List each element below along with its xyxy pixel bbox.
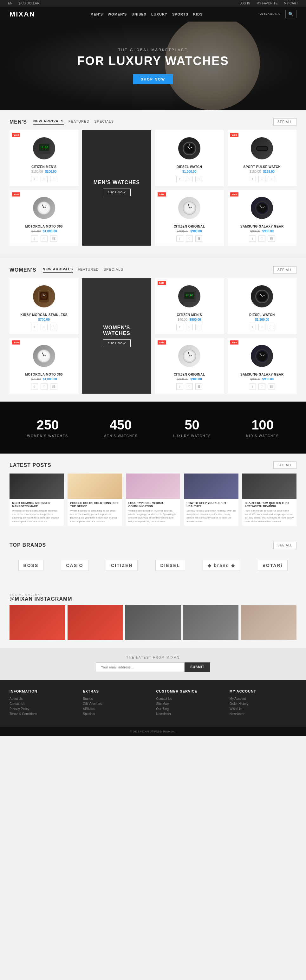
- wishlist-button[interactable]: ♡: [41, 176, 48, 182]
- wishlist-button[interactable]: ♡: [258, 176, 265, 182]
- cart-link[interactable]: MY CART: [284, 2, 298, 5]
- brand-generic1[interactable]: ◆ brand ◆: [202, 560, 241, 571]
- instagram-image[interactable]: [241, 605, 296, 640]
- brand-casio[interactable]: CASIO: [61, 560, 88, 571]
- instagram-image[interactable]: [10, 605, 65, 640]
- share-button[interactable]: ⇧: [176, 235, 183, 242]
- wishlist-button[interactable]: ♡: [258, 235, 265, 242]
- nav-kids[interactable]: KIDS: [193, 12, 202, 16]
- nav-luxury[interactable]: LUXURY: [151, 12, 167, 16]
- mens-see-all-button[interactable]: SEE ALL: [273, 118, 296, 126]
- footer-link[interactable]: About Us: [10, 697, 76, 700]
- nav-sports[interactable]: SPORTS: [172, 12, 188, 16]
- share-button[interactable]: ⇧: [249, 324, 256, 330]
- main-nav: MEN'S WOMEN'S UNISEX LUXURY SPORTS KIDS: [90, 12, 202, 16]
- footer-link[interactable]: Brands: [83, 697, 150, 700]
- product-actions: ⇧ ♡ ☷: [159, 235, 220, 242]
- wishlist-button[interactable]: ♡: [258, 324, 265, 330]
- cart-add-button[interactable]: ☷: [268, 176, 275, 182]
- footer-link[interactable]: Newsletter: [156, 712, 223, 716]
- wishlist-button[interactable]: ♡: [186, 383, 193, 390]
- share-button[interactable]: ⇧: [249, 176, 256, 182]
- share-button[interactable]: ⇧: [31, 176, 38, 182]
- footer-link[interactable]: Specials: [83, 712, 150, 716]
- instagram-image[interactable]: [125, 605, 181, 640]
- search-button[interactable]: 🔍: [285, 10, 296, 18]
- mens-tab-specials[interactable]: SPECIALS: [94, 119, 114, 124]
- footer-link[interactable]: Newsletter: [230, 712, 296, 716]
- product-card: Sale SPORT PULSE WATCH $150.00 $165.00 ⇧…: [228, 130, 296, 186]
- wishlist-button[interactable]: ♡: [41, 383, 48, 390]
- product-card: Sale MOTOROLA MOTO 360 $90.00 $1,000.00 …: [10, 190, 78, 246]
- footer-link[interactable]: Gift Vouchers: [83, 702, 150, 706]
- hero-shop-now-button[interactable]: SHOP NOW: [133, 74, 173, 84]
- cart-add-button[interactable]: ☷: [50, 324, 57, 330]
- share-button[interactable]: ⇧: [31, 324, 38, 330]
- brand-eotari[interactable]: eOTARi: [258, 560, 288, 571]
- currency-selector[interactable]: $ US DOLLAR: [19, 2, 39, 5]
- womens-see-all-button[interactable]: SEE ALL: [273, 266, 296, 274]
- mens-tab-featured[interactable]: FEATURED: [69, 119, 89, 124]
- cart-add-button[interactable]: ☷: [50, 176, 57, 182]
- blog-content: HOW TO KEEP YOUR HEART HEALTHY? So how t…: [184, 499, 238, 526]
- share-button[interactable]: ⇧: [31, 383, 38, 390]
- newsletter-input[interactable]: [96, 662, 185, 672]
- footer-link[interactable]: Our Blog: [156, 707, 223, 711]
- share-button[interactable]: ⇧: [249, 383, 256, 390]
- instagram-image[interactable]: [183, 605, 239, 640]
- wishlist-button[interactable]: ♡: [41, 235, 48, 242]
- footer-link[interactable]: Affiliates: [83, 707, 150, 711]
- latest-posts-see-all[interactable]: SEE ALL: [273, 461, 296, 469]
- mens-banner-shop-now[interactable]: SHOP NOW: [103, 189, 131, 196]
- footer-link[interactable]: Contact Us: [156, 697, 223, 700]
- lang-selector[interactable]: EN: [8, 2, 12, 5]
- product-card: DIESEL WATCH $1,100.00 ⇧ ♡ ☷: [228, 278, 296, 334]
- nav-mens[interactable]: MEN'S: [90, 12, 103, 16]
- brands-see-all-button[interactable]: SEE ALL: [273, 542, 296, 549]
- cart-add-button[interactable]: ☷: [268, 383, 275, 390]
- brand-citizen[interactable]: CITIZEN: [106, 560, 138, 571]
- cart-add-button[interactable]: ☷: [195, 383, 202, 390]
- cart-add-button[interactable]: ☷: [195, 235, 202, 242]
- brand-boss[interactable]: BOSS: [18, 560, 44, 571]
- footer-link[interactable]: Site Map: [156, 702, 223, 706]
- womens-tab-specials[interactable]: SPECIALS: [104, 267, 123, 272]
- cart-add-button[interactable]: ☷: [195, 176, 202, 182]
- favorite-link[interactable]: MY FAVORITE: [257, 2, 277, 5]
- footer-link[interactable]: Terms & Conditions: [10, 712, 76, 716]
- nav-womens[interactable]: WOMEN'S: [108, 12, 127, 16]
- brand-diesel[interactable]: DIESEL: [155, 560, 185, 571]
- share-button[interactable]: ⇧: [176, 383, 183, 390]
- womens-tab-new-arrivals[interactable]: NEW ARRIVALS: [43, 267, 73, 272]
- wishlist-button[interactable]: ♡: [186, 235, 193, 242]
- instagram-image[interactable]: [67, 605, 123, 640]
- product-image: [159, 342, 220, 370]
- mens-tab-new-arrivals[interactable]: NEW ARRIVALS: [33, 119, 64, 124]
- footer-link[interactable]: My Account: [230, 697, 296, 700]
- cart-add-button[interactable]: ☷: [50, 383, 57, 390]
- wishlist-button[interactable]: ♡: [186, 324, 193, 330]
- womens-banner-shop-now[interactable]: SHOP NOW: [103, 339, 131, 347]
- wishlist-button[interactable]: ♡: [258, 383, 265, 390]
- nav-unisex[interactable]: UNISEX: [132, 12, 147, 16]
- stat-label: WOMEN'S WATCHES: [27, 434, 69, 438]
- newsletter-submit-button[interactable]: SUBMIT: [185, 662, 210, 672]
- share-button[interactable]: ⇧: [176, 176, 183, 182]
- cart-add-button[interactable]: ☷: [50, 235, 57, 242]
- share-button[interactable]: ⇧: [176, 324, 183, 330]
- share-button[interactable]: ⇧: [31, 235, 38, 242]
- footer-link[interactable]: Wish List: [230, 707, 296, 711]
- login-link[interactable]: LOG IN: [239, 2, 250, 5]
- footer-link[interactable]: Order History: [230, 702, 296, 706]
- product-actions: ⇧ ♡ ☷: [159, 383, 220, 390]
- wishlist-button[interactable]: ♡: [41, 324, 48, 330]
- wishlist-button[interactable]: ♡: [186, 176, 193, 182]
- cart-add-button[interactable]: ☷: [195, 324, 202, 330]
- cart-add-button[interactable]: ☷: [268, 235, 275, 242]
- logo[interactable]: MIXAN: [10, 10, 35, 18]
- share-button[interactable]: ⇧: [249, 235, 256, 242]
- womens-tab-featured[interactable]: FEATURED: [78, 267, 99, 272]
- footer-link[interactable]: Privacy Policy: [10, 707, 76, 711]
- footer-link[interactable]: Contact Us: [10, 702, 76, 706]
- cart-add-button[interactable]: ☷: [268, 324, 275, 330]
